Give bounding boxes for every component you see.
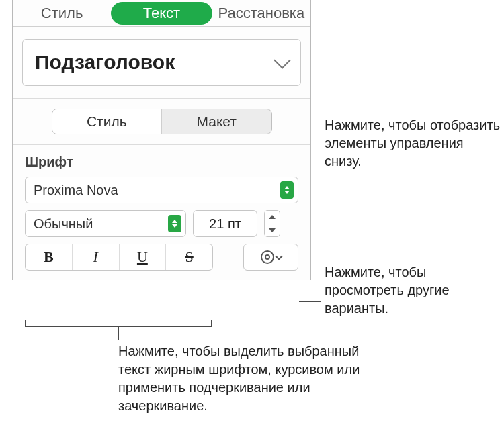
callout-segmented: Нажмите, чтобы отобразить элементы управ…	[325, 116, 501, 171]
bold-button[interactable]: B	[26, 244, 72, 270]
callout-bius: Нажмите, чтобы выделить выбранный текст …	[118, 342, 360, 415]
chevron-down-icon	[274, 52, 290, 68]
chevron-up-icon	[269, 215, 276, 219]
font-family-select[interactable]: Proxima Nova	[25, 177, 298, 203]
chevron-down-icon	[275, 252, 282, 260]
format-panel: Стиль Текст Расстановка Подзаголовок Сти…	[12, 0, 311, 280]
updown-icon	[280, 181, 294, 199]
text-style-group: B I U S	[25, 244, 213, 271]
tab-style[interactable]: Стиль	[13, 0, 111, 26]
gear-icon	[261, 250, 274, 264]
updown-icon	[168, 215, 181, 232]
chevron-down-icon	[269, 228, 276, 232]
callout-line	[299, 301, 321, 302]
stepper-down[interactable]	[265, 224, 280, 237]
segment-layout[interactable]: Макет	[161, 109, 271, 134]
font-size-field[interactable]: 21 пт	[193, 210, 257, 237]
paragraph-style-popup[interactable]: Подзаголовок	[22, 39, 301, 86]
segment-style[interactable]: Стиль	[52, 109, 162, 134]
font-size-stepper[interactable]	[264, 210, 280, 237]
font-size-value: 21 пт	[209, 216, 241, 232]
italic-button[interactable]: I	[72, 244, 119, 270]
stepper-up[interactable]	[265, 211, 280, 224]
callout-line	[269, 138, 321, 138]
callout-more: Нажмите, чтобы просмотреть другие вариан…	[325, 263, 493, 318]
style-layout-segmented: Стиль Макет	[52, 109, 272, 134]
tab-text[interactable]: Текст	[111, 2, 212, 25]
font-family-value: Proxima Nova	[34, 183, 118, 198]
callout-line	[118, 327, 119, 340]
panel-tabs: Стиль Текст Расстановка	[13, 0, 310, 27]
tab-arrange[interactable]: Расстановка	[212, 0, 310, 26]
underline-button[interactable]: U	[119, 244, 166, 270]
strikethrough-button[interactable]: S	[165, 244, 212, 270]
advanced-options-button[interactable]	[243, 244, 298, 271]
paragraph-style-label: Подзаголовок	[35, 51, 175, 74]
callout-bracket	[25, 320, 212, 327]
font-face-value: Обычный	[34, 216, 93, 232]
font-face-select[interactable]: Обычный	[25, 210, 186, 237]
font-section-label: Шрифт	[13, 145, 310, 177]
